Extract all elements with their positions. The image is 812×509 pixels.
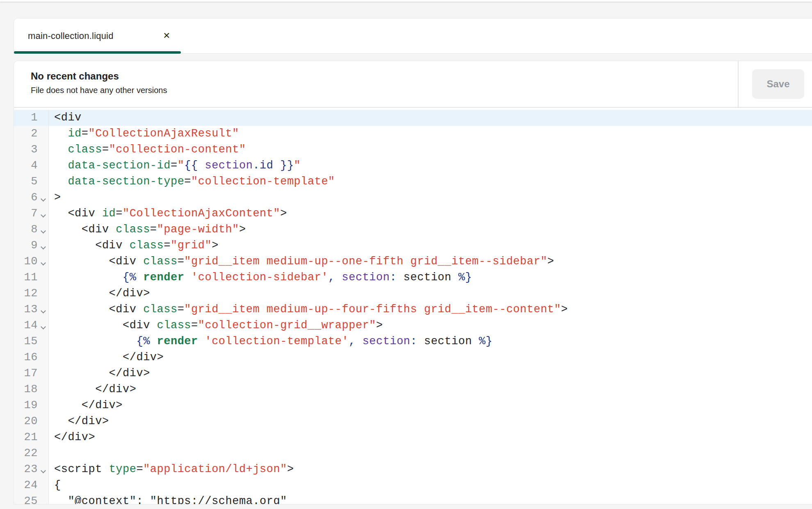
code-line[interactable]: 22: [14, 445, 812, 461]
line-number: 3: [14, 142, 38, 158]
line-gutter: 11: [14, 270, 49, 286]
code-line-content: id="CollectionAjaxResult": [49, 126, 812, 142]
tab-label: main-collection.liquid: [28, 31, 114, 41]
chevron-down-fold-icon[interactable]: [41, 244, 46, 250]
line-gutter: 10: [14, 254, 49, 270]
line-gutter: 17: [14, 366, 49, 382]
line-number: 18: [14, 382, 38, 398]
line-gutter: 6: [14, 190, 49, 206]
code-line[interactable]: 23<script type="application/ld+json">: [14, 461, 812, 477]
tab-main-collection-liquid[interactable]: main-collection.liquid ✕: [14, 18, 181, 53]
code-line-content: >: [49, 190, 812, 206]
version-status: No recent changes File does not have any…: [14, 61, 738, 107]
line-number: 6: [14, 190, 38, 206]
code-line[interactable]: 9 <div class="grid">: [14, 238, 812, 254]
line-number: 13: [14, 302, 38, 318]
line-number: 1: [14, 110, 38, 126]
code-line-content: </div>: [49, 366, 812, 382]
code-line-content: </div>: [49, 414, 812, 429]
line-number: 2: [14, 126, 38, 142]
save-button[interactable]: Save: [752, 69, 804, 99]
line-gutter: 22: [14, 445, 49, 461]
code-line[interactable]: 5 data-section-type="collection-template…: [14, 174, 812, 190]
code-line[interactable]: 24{: [14, 477, 812, 493]
line-number: 16: [14, 350, 38, 366]
code-line-content: </div>: [49, 429, 812, 445]
code-editor[interactable]: 1<div2 id="CollectionAjaxResult"3 class=…: [14, 108, 812, 504]
code-line-content: </div>: [49, 350, 812, 366]
code-line-content: {: [49, 477, 812, 493]
code-line-content: <div: [49, 110, 812, 126]
code-line[interactable]: 2 id="CollectionAjaxResult": [14, 126, 812, 142]
code-line[interactable]: 6>: [14, 190, 812, 206]
chevron-down-fold-icon[interactable]: [41, 308, 46, 314]
line-gutter: 9: [14, 238, 49, 254]
code-line[interactable]: 12 </div>: [14, 286, 812, 302]
code-line[interactable]: 21</div>: [14, 429, 812, 445]
line-number: 11: [14, 270, 38, 286]
code-line[interactable]: 4 data-section-id="{{ section.id }}": [14, 158, 812, 174]
code-line[interactable]: 15 {% render 'collection-template', sect…: [14, 334, 812, 350]
code-line[interactable]: 1<div: [14, 110, 812, 126]
header-actions: Save: [739, 61, 812, 107]
chevron-down-fold-icon[interactable]: [41, 196, 46, 202]
version-header: No recent changes File does not have any…: [14, 61, 812, 108]
line-gutter: 8: [14, 222, 49, 238]
line-number: 15: [14, 334, 38, 350]
code-line[interactable]: 17 </div>: [14, 366, 812, 382]
line-number: 17: [14, 366, 38, 382]
line-gutter: 25: [14, 493, 49, 504]
code-line-content: <script type="application/ld+json">: [49, 461, 812, 477]
line-number: 20: [14, 414, 38, 429]
code-line[interactable]: 13 <div class="grid__item medium-up--fou…: [14, 302, 812, 318]
close-icon[interactable]: ✕: [160, 30, 173, 42]
code-line[interactable]: 10 <div class="grid__item medium-up--one…: [14, 254, 812, 270]
code-line-content: </div>: [49, 382, 812, 398]
chevron-down-fold-icon[interactable]: [41, 212, 46, 218]
line-number: 10: [14, 254, 38, 270]
code-line[interactable]: 7 <div id="CollectionAjaxContent">: [14, 206, 812, 222]
code-line-content: <div class="grid__item medium-up--four-f…: [49, 302, 812, 318]
version-status-title: No recent changes: [31, 70, 738, 82]
line-gutter: 20: [14, 414, 49, 429]
code-line-content: <div class="page-width">: [49, 222, 812, 238]
code-line[interactable]: 20 </div>: [14, 414, 812, 429]
tab-bar: main-collection.liquid ✕: [14, 18, 812, 54]
line-number: 19: [14, 398, 38, 414]
chevron-down-fold-icon[interactable]: [41, 228, 46, 234]
code-line-content: {% render 'collection-sidebar', section:…: [49, 270, 812, 286]
code-line[interactable]: 3 class="collection-content": [14, 142, 812, 158]
active-tab-indicator: [14, 51, 181, 54]
code-line[interactable]: 18 </div>: [14, 382, 812, 398]
code-line-content: class="collection-content": [49, 142, 812, 158]
code-line[interactable]: 8 <div class="page-width">: [14, 222, 812, 238]
line-number: 22: [14, 445, 38, 461]
code-line-content: [49, 445, 812, 461]
code-line-content: data-section-type="collection-template": [49, 174, 812, 190]
line-gutter: 24: [14, 477, 49, 493]
line-number: 8: [14, 222, 38, 238]
version-status-subtitle: File does not have any other versions: [31, 86, 738, 95]
line-gutter: 5: [14, 174, 49, 190]
chevron-down-fold-icon[interactable]: [41, 260, 46, 266]
line-number: 7: [14, 206, 38, 222]
line-gutter: 14: [14, 318, 49, 334]
line-gutter: 21: [14, 429, 49, 445]
line-gutter: 18: [14, 382, 49, 398]
code-line-content: </div>: [49, 286, 812, 302]
line-gutter: 13: [14, 302, 49, 318]
code-line[interactable]: 19 </div>: [14, 398, 812, 414]
line-gutter: 16: [14, 350, 49, 366]
code-line-content: "@context": "https://schema.org": [49, 493, 812, 504]
line-number: 23: [14, 461, 38, 477]
line-number: 9: [14, 238, 38, 254]
line-number: 14: [14, 318, 38, 334]
code-line[interactable]: 14 <div class="collection-grid__wrapper"…: [14, 318, 812, 334]
chevron-down-fold-icon[interactable]: [41, 468, 46, 473]
line-gutter: 1: [14, 110, 49, 126]
code-line[interactable]: 16 </div>: [14, 350, 812, 366]
code-line[interactable]: 25 "@context": "https://schema.org": [14, 493, 812, 504]
code-line[interactable]: 11 {% render 'collection-sidebar', secti…: [14, 270, 812, 286]
chevron-down-fold-icon[interactable]: [41, 324, 46, 329]
line-gutter: 23: [14, 461, 49, 477]
